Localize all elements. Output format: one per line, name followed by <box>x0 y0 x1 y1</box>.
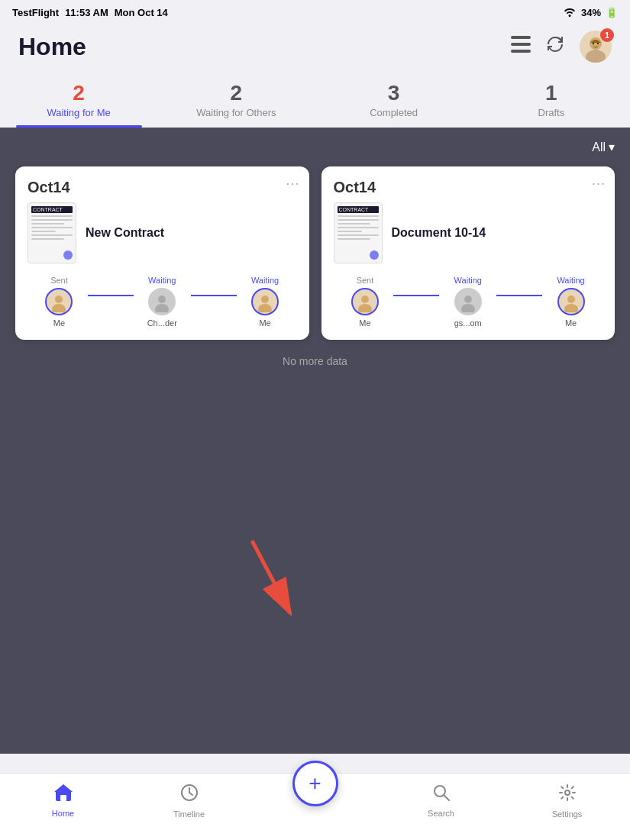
app-name: TestFlight <box>12 7 59 18</box>
svg-point-7 <box>593 43 594 44</box>
tab-drafts[interactable]: 1 Drafts <box>473 75 630 128</box>
signer-gsom-2: Waiting gs...om <box>439 276 496 328</box>
status-left: TestFlight 11:53 AM Mon Oct 14 <box>12 7 168 18</box>
battery-icon: 🔋 <box>606 7 618 18</box>
bottom-tab-search-label: Search <box>428 809 454 818</box>
tab-completed[interactable]: 3 Completed <box>315 75 473 128</box>
bottom-tab-settings[interactable]: Settings <box>504 783 630 819</box>
settings-icon <box>558 783 577 806</box>
signer-name-2-1: gs...om <box>454 318 482 328</box>
page-title: Home <box>18 33 86 61</box>
avatar-container[interactable]: 1 <box>580 31 612 63</box>
signing-flow-2: Sent Me Waiting gs...om Waiting <box>334 276 603 328</box>
list-icon[interactable] <box>511 36 531 57</box>
card-menu-2[interactable]: ··· <box>592 176 606 192</box>
tab-count-waiting-for-me: 2 <box>3 81 154 105</box>
svg-line-34 <box>444 795 449 800</box>
card-date-prefix-2: Oct <box>334 179 359 195</box>
svg-point-22 <box>464 296 472 303</box>
doc-thumbnail-2: CONTRACT <box>334 202 383 263</box>
signer-avatar-1-1 <box>148 288 176 315</box>
tab-label-completed: Completed <box>318 107 470 118</box>
signer-status-2-2: Waiting <box>557 276 584 285</box>
flow-line-1-1 <box>88 295 134 296</box>
tab-count-waiting-for-others: 2 <box>160 81 312 105</box>
tab-waiting-for-others[interactable]: 2 Waiting for Others <box>157 75 315 128</box>
bottom-tab-timeline[interactable]: Timeline <box>126 783 252 819</box>
svg-point-8 <box>597 43 599 44</box>
signer-name-2-0: Me <box>359 318 370 328</box>
flow-line-1-2 <box>191 295 237 296</box>
svg-point-19 <box>361 296 369 303</box>
signer-status-1-1: Waiting <box>148 276 176 285</box>
refresh-icon[interactable] <box>546 35 564 58</box>
signing-flow-1: Sent Me Waiting Ch...der Waiting <box>27 276 297 328</box>
signer-avatar-2-2 <box>557 288 585 315</box>
tab-count-completed: 3 <box>318 81 470 105</box>
bottom-tab-timeline-label: Timeline <box>173 809 205 819</box>
svg-point-16 <box>261 296 269 303</box>
timeline-icon <box>180 783 199 806</box>
signer-me2-1: Waiting Me <box>237 276 294 328</box>
home-icon <box>54 784 73 806</box>
svg-marker-31 <box>54 784 73 792</box>
signer-avatar-2-1 <box>454 288 482 315</box>
svg-point-35 <box>565 790 570 795</box>
no-more-data: No more data <box>15 355 615 367</box>
card-doc-name-1: New Contract <box>86 226 164 240</box>
card-doc-name-2: Document 10-14 <box>392 226 486 240</box>
card-body-1: CONTRACT New Contract <box>27 202 297 263</box>
signer-name-1-0: Me <box>53 318 65 328</box>
battery-text: 34% <box>581 7 601 18</box>
search-icon <box>433 784 450 806</box>
add-icon: + <box>309 773 321 794</box>
flow-line-2-1 <box>393 295 439 296</box>
bottom-tab-home[interactable]: Home <box>0 784 126 818</box>
signer-avatar-1-2 <box>251 288 279 315</box>
filter-label: All <box>592 141 606 154</box>
signer-status-1-0: Sent <box>50 276 68 285</box>
add-button[interactable]: + <box>292 761 338 806</box>
signer-avatar-1-0 <box>45 288 73 315</box>
signer-name-2-2: Me <box>565 318 577 328</box>
card-document-10-14[interactable]: Oct14 ··· CONTRACT <box>321 166 615 340</box>
avatar-badge: 1 <box>600 28 614 42</box>
wifi-icon <box>563 6 577 19</box>
svg-rect-0 <box>511 36 531 39</box>
signer-me2-2: Waiting Me <box>542 276 599 328</box>
tab-waiting-for-me[interactable]: 2 Waiting for Me <box>0 75 157 128</box>
doc-thumbnail-1: CONTRACT <box>27 202 76 263</box>
svg-rect-30 <box>60 795 66 801</box>
bottom-tab-settings-label: Settings <box>552 809 583 819</box>
signer-me-2: Sent Me <box>337 276 394 328</box>
tab-count-drafts: 1 <box>476 81 627 105</box>
arrow-svg <box>229 533 321 632</box>
bottom-tab-home-label: Home <box>52 809 74 818</box>
signer-status-2-0: Sent <box>357 276 374 285</box>
content-area: All ▾ Oct14 ··· CONTRACT <box>0 128 630 754</box>
chevron-down-icon: ▾ <box>609 140 615 154</box>
fab-container: + <box>292 761 338 806</box>
signer-me-1: Sent Me <box>31 276 88 328</box>
svg-point-13 <box>158 296 166 303</box>
card-new-contract[interactable]: Oct14 ··· CONTRACT <box>15 166 309 340</box>
card-menu-1[interactable]: ··· <box>286 176 299 192</box>
bottom-tab-search[interactable]: Search <box>378 784 504 818</box>
status-date: Mon Oct 14 <box>115 7 168 18</box>
card-date-2: Oct14 <box>334 179 603 196</box>
svg-line-28 <box>252 541 290 613</box>
signer-status-1-2: Waiting <box>251 276 279 285</box>
signer-status-2-1: Waiting <box>454 276 482 285</box>
card-body-2: CONTRACT Document 10-14 <box>334 202 603 263</box>
card-date-num-2: 14 <box>359 179 376 195</box>
svg-point-25 <box>567 296 575 303</box>
status-bar: TestFlight 11:53 AM Mon Oct 14 34% 🔋 <box>0 0 630 24</box>
header-icons: 1 <box>511 31 612 63</box>
tabs-container: 2 Waiting for Me 2 Waiting for Others 3 … <box>0 63 630 128</box>
card-date-prefix-1: Oct <box>27 179 53 195</box>
signer-name-1-2: Me <box>259 318 270 328</box>
signer-name-1-1: Ch...der <box>147 318 177 328</box>
status-right: 34% 🔋 <box>563 6 618 19</box>
signer-chder-1: Waiting Ch...der <box>134 276 191 328</box>
filter-button[interactable]: All ▾ <box>592 140 615 154</box>
